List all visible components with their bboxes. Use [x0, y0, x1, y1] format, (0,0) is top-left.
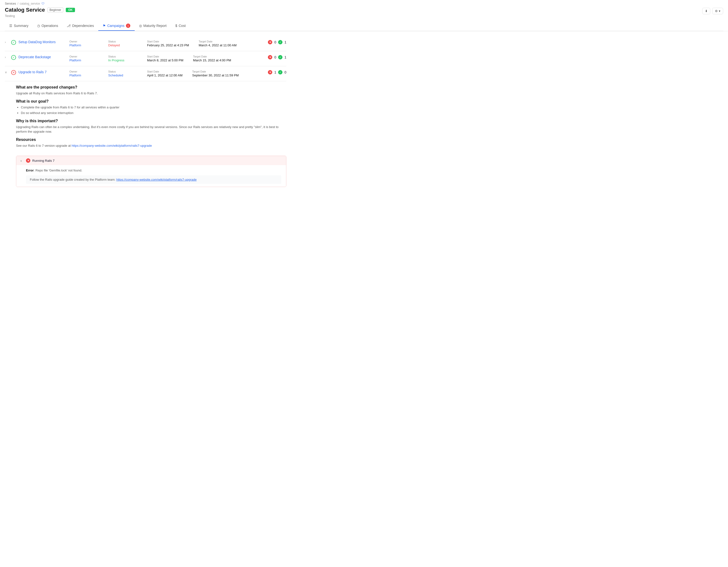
campaigns-content: › ✓ Setup DataDog Monitors Owner Platfor… — [0, 31, 291, 196]
start-date-group: Start Date April 1, 2022 at 12:00 AM — [147, 70, 182, 77]
breadcrumb-service-name: catalog_service — [20, 2, 40, 5]
check-circle-icon: ✓ — [11, 40, 16, 45]
settings-button[interactable]: ⚙ ▾ — [712, 8, 723, 14]
chevron-down-icon[interactable]: ∨ — [20, 159, 24, 163]
owner-value: Platform — [69, 43, 99, 47]
goal-list-item: Complete the upgrade from Rails 6 to 7 f… — [21, 105, 286, 110]
status-group: Status Scheduled — [108, 70, 137, 77]
campaign-status-icon: ✓ — [11, 55, 16, 60]
chevron-right-icon[interactable]: › — [5, 40, 9, 44]
error-count: 0 — [274, 40, 276, 44]
status-value: In Progress — [108, 58, 137, 62]
owner-label: Owner — [69, 70, 99, 73]
tab-maturity-label: Maturity Report — [143, 24, 167, 28]
status-group: Status In Progress — [108, 55, 137, 62]
campaign-meta: Owner Platform Status In Progress Start … — [69, 55, 265, 62]
status-label: Status — [108, 40, 137, 43]
service-icon: 🛡 — [41, 2, 44, 5]
target-date-group: Target Date March 4, 2022 at 11:00 AM — [199, 40, 237, 47]
target-date-group: Target Date September 30, 2022 at 11:59 … — [192, 70, 239, 77]
section-text-resources: See our Rails 6 to 7 version upgrade at … — [16, 143, 286, 148]
campaign-expanded-detail: What are the proposed changes? Upgrade a… — [5, 81, 286, 153]
tab-operations[interactable]: ◷ Operations — [33, 21, 62, 31]
section-title-goal: What is our goal? — [16, 99, 286, 104]
error-icon: ✕ — [268, 40, 272, 44]
campaign-meta: Owner Platform Status Delayed Start Date… — [69, 40, 265, 47]
target-date-group: Target Date March 15, 2022 at 4:00 PM — [193, 55, 231, 62]
campaign-counts: ✕ 0 ✓ 1 — [268, 55, 286, 59]
service-title: Catalog Service — [5, 7, 45, 13]
dependencies-icon: ⎇ — [67, 24, 71, 28]
error-message: Error: Repo file 'Gemfile.lock' not foun… — [26, 168, 281, 173]
campaign-name[interactable]: Deprecate Backstage — [18, 55, 67, 59]
chevron-right-icon[interactable]: › — [5, 55, 9, 59]
owner-label: Owner — [69, 55, 99, 58]
error-note: Follow the Rails upgrade guide created b… — [26, 175, 281, 184]
section-title-importance: Why is this important? — [16, 119, 286, 123]
campaign-status-icon: ✕ — [11, 70, 16, 75]
tab-campaigns[interactable]: ⚑ Campaigns 1 — [98, 21, 135, 31]
check-circle-icon: ✓ — [11, 55, 16, 60]
maturity-icon: ◎ — [139, 24, 142, 28]
error-icon: ✕ — [268, 70, 272, 74]
owner-value: Platform — [69, 58, 99, 62]
operations-icon: ◷ — [37, 24, 40, 28]
target-date-label: Target Date — [192, 70, 239, 73]
start-date-label: Start Date — [147, 55, 183, 58]
success-count: 0 — [284, 70, 286, 74]
success-icon: ✓ — [278, 55, 282, 59]
error-count: 1 — [274, 70, 276, 74]
error-icon: ✕ — [268, 55, 272, 59]
start-date-value: April 1, 2022 at 12:00 AM — [147, 74, 182, 77]
breadcrumb-separator: / — [17, 2, 18, 5]
breadcrumb: Services / catalog_service 🛡 — [5, 2, 702, 5]
error-item-header: ∨ ✕ Running Rails 7 — [16, 156, 286, 165]
tab-cost[interactable]: $ Cost — [171, 21, 190, 31]
breadcrumb-services[interactable]: Services — [5, 2, 16, 5]
target-date-value: March 15, 2022 at 4:00 PM — [193, 58, 231, 62]
tab-maturity-report[interactable]: ◎ Maturity Report — [135, 21, 171, 31]
section-text-importance: Upgrading Rails can often be a complex u… — [16, 125, 286, 134]
chevron-down-icon[interactable]: ∨ — [5, 70, 9, 74]
download-button[interactable]: ⬇ — [702, 8, 710, 14]
level-badge: Beginner — [47, 8, 63, 12]
campaign-name[interactable]: Setup DataDog Monitors — [18, 40, 67, 44]
cost-icon: $ — [175, 24, 177, 28]
tab-bar: ☰ Summary ◷ Operations ⎇ Dependencies ⚑ … — [5, 21, 723, 31]
campaign-counts: ✕ 0 ✓ 1 — [268, 40, 286, 44]
tab-dependencies[interactable]: ⎇ Dependencies — [62, 21, 98, 31]
start-date-label: Start Date — [147, 40, 189, 43]
section-title-resources: Resources — [16, 138, 286, 142]
campaign-row: › ✓ Deprecate Backstage Owner Platform S… — [5, 51, 286, 66]
campaigns-badge: 1 — [126, 24, 130, 28]
error-count: 0 — [274, 55, 276, 59]
campaigns-icon: ⚑ — [103, 24, 106, 28]
target-date-label: Target Date — [199, 40, 237, 43]
campaign-row: › ✓ Setup DataDog Monitors Owner Platfor… — [5, 36, 286, 51]
campaign-name[interactable]: Upgrade to Rails 7 — [18, 70, 67, 74]
error-note-link[interactable]: https://company-website.com/wiki/platfor… — [116, 178, 197, 182]
status-value: Delayed — [108, 43, 137, 47]
start-date-group: Start Date March 8, 2022 at 5:00 PM — [147, 55, 183, 62]
status-label: Status — [108, 55, 137, 58]
start-date-group: Start Date February 25, 2022 at 4:23 PM — [147, 40, 189, 47]
tab-summary[interactable]: ☰ Summary — [5, 21, 33, 31]
status-label: Status — [108, 70, 137, 73]
tab-summary-label: Summary — [14, 24, 28, 28]
error-item-body: Error: Repo file 'Gemfile.lock' not foun… — [16, 165, 286, 187]
success-icon: ✓ — [278, 40, 282, 44]
target-date-value: September 30, 2022 at 11:59 PM — [192, 74, 239, 77]
resources-link[interactable]: https://company-website.com/wiki/platfor… — [72, 144, 152, 148]
goal-list: Complete the upgrade from Rails 6 to 7 f… — [16, 105, 286, 116]
success-icon: ✓ — [278, 70, 282, 74]
error-item-name: Running Rails 7 — [32, 159, 55, 163]
success-count: 1 — [284, 55, 286, 59]
status-value: Scheduled — [108, 74, 137, 77]
status-badge: OK — [66, 8, 75, 12]
summary-icon: ☰ — [9, 24, 12, 28]
tab-campaigns-label: Campaigns — [107, 24, 124, 28]
start-date-value: March 8, 2022 at 5:00 PM — [147, 58, 183, 62]
target-date-value: March 4, 2022 at 11:00 AM — [199, 43, 237, 47]
owner-label: Owner — [69, 40, 99, 43]
section-text-proposed-changes: Upgrade all Ruby on Rails services from … — [16, 91, 286, 96]
